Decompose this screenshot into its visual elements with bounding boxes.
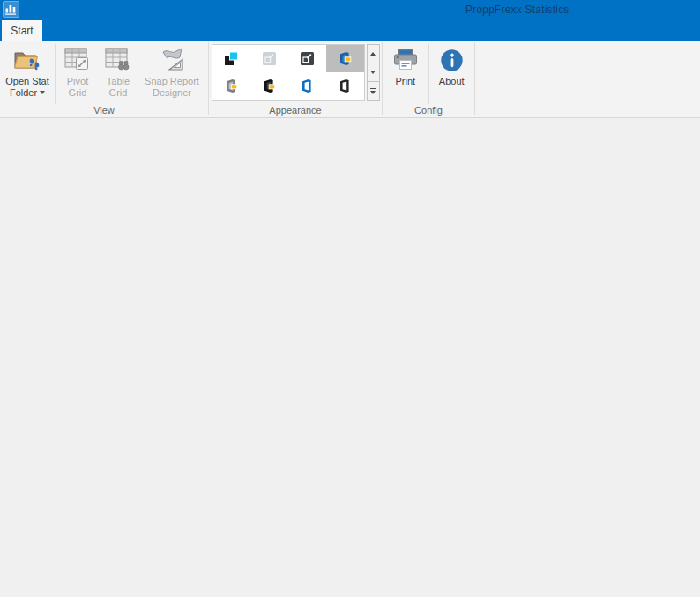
window-title: ProppFrexx Statistics xyxy=(465,4,570,16)
print-button[interactable]: Print xyxy=(384,42,427,87)
snap-report-designer-label-line2: Designer xyxy=(153,87,191,99)
ribbon-tab-row: Start xyxy=(0,20,700,41)
pivot-grid-button[interactable]: Pivot Grid xyxy=(57,42,98,99)
group-label-config: Config xyxy=(383,105,474,116)
snap-report-designer-button[interactable]: Snap Report Designer xyxy=(138,42,205,99)
theme-squares-icon xyxy=(224,51,239,66)
ribbon: Open Stat Folder Pivot Grid xyxy=(0,41,700,118)
gallery-dropdown-icon xyxy=(370,88,376,90)
titlebar: ProppFrexx Statistics xyxy=(0,0,700,20)
gallery-item-theme-edit-light[interactable] xyxy=(250,45,288,72)
gallery-item-theme-office-blue-3d[interactable] xyxy=(326,45,364,72)
scroll-down-icon xyxy=(370,71,376,74)
theme-office-blue-flat-icon xyxy=(299,78,315,93)
gallery-item-theme-office-black-3d[interactable] xyxy=(250,72,288,100)
theme-edit-light-icon xyxy=(262,51,277,66)
app-icon[interactable] xyxy=(3,1,19,18)
print-label: Print xyxy=(395,76,415,87)
pivot-grid-label-line1: Pivot xyxy=(67,76,88,87)
gallery-item-theme-squares[interactable] xyxy=(212,45,250,72)
main-content-area xyxy=(0,118,700,597)
group-separator xyxy=(474,42,475,115)
theme-gallery xyxy=(212,44,365,101)
gallery-scroll-up-button[interactable] xyxy=(367,44,380,63)
gallery-item-theme-office-silver-3d[interactable] xyxy=(212,72,250,100)
about-button[interactable]: About xyxy=(430,42,473,87)
table-grid-icon xyxy=(105,48,131,72)
theme-office-blue-3d-icon xyxy=(337,51,353,66)
printer-icon xyxy=(392,49,419,72)
gallery-item-theme-edit-dark[interactable] xyxy=(288,45,326,72)
folder-footprints-icon xyxy=(12,47,42,73)
pivot-grid-label-line2: Grid xyxy=(69,87,87,99)
scroll-up-icon xyxy=(370,52,376,56)
theme-office-silver-3d-icon xyxy=(223,78,239,93)
tab-start[interactable]: Start xyxy=(2,20,42,41)
gallery-item-theme-office-blue-flat[interactable] xyxy=(288,72,326,100)
gallery-scroll-down-button[interactable] xyxy=(367,63,380,82)
separator xyxy=(55,44,56,104)
group-label-view: View xyxy=(0,105,208,116)
theme-edit-dark-icon xyxy=(300,51,315,66)
ribbon-group-view: Open Stat Folder Pivot Grid xyxy=(0,41,208,117)
table-grid-label-line2: Grid xyxy=(109,87,128,99)
gallery-scrollbar xyxy=(367,44,380,101)
open-stat-folder-label-line1: Open Stat xyxy=(5,76,49,87)
snap-report-designer-label-line1: Snap Report xyxy=(145,76,199,87)
about-label: About xyxy=(439,76,465,87)
table-grid-label-line1: Table xyxy=(107,76,130,87)
pivot-grid-icon xyxy=(64,48,91,72)
gallery-dropdown-button[interactable] xyxy=(367,81,380,101)
table-grid-button[interactable]: Table Grid xyxy=(98,42,138,99)
group-label-appearance: Appearance xyxy=(209,105,382,116)
open-stat-folder-button[interactable]: Open Stat Folder xyxy=(2,42,53,99)
ribbon-group-appearance: Appearance xyxy=(209,41,382,117)
flag-ruler-icon xyxy=(158,47,186,73)
ribbon-group-config: Print About Config xyxy=(383,41,474,117)
theme-office-black-3d-icon xyxy=(261,78,277,93)
info-icon xyxy=(440,49,464,72)
bar-chart-icon xyxy=(4,3,18,16)
dropdown-arrow-icon xyxy=(40,91,45,94)
separator xyxy=(428,44,429,104)
gallery-item-theme-office-black-flat[interactable] xyxy=(326,72,364,100)
tab-start-label: Start xyxy=(11,25,33,37)
open-stat-folder-label-line2: Folder xyxy=(10,87,37,98)
theme-office-black-flat-icon xyxy=(337,78,353,93)
